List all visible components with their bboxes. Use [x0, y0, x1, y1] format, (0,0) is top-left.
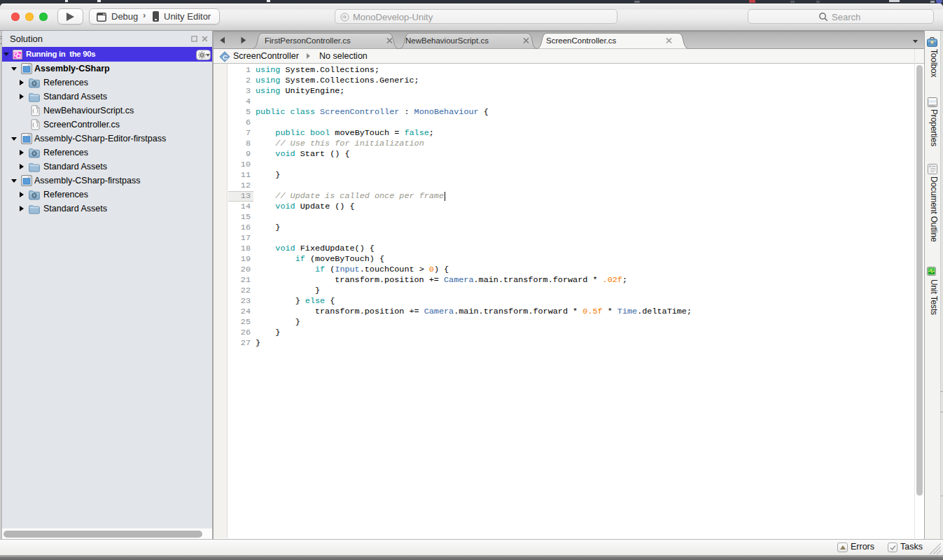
svg-text:ScreenController.cs: ScreenController.cs — [546, 36, 617, 45]
svg-text:C: C — [223, 52, 228, 60]
svg-text:NewBehaviourScript.cs: NewBehaviourScript.cs — [405, 36, 489, 45]
svg-text:FirstPersonController.cs: FirstPersonController.cs — [265, 36, 351, 45]
